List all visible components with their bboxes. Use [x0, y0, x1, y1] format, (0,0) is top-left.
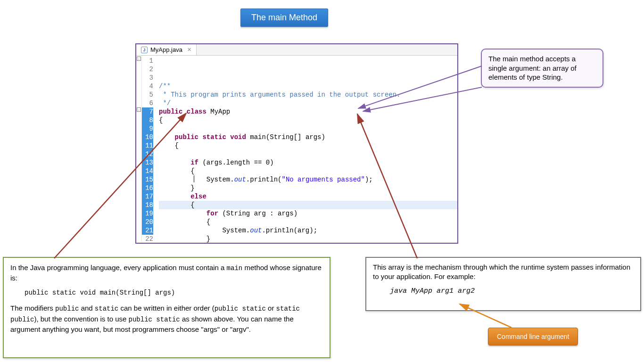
editor-tab[interactable]: J MyApp.java ✕: [136, 44, 197, 55]
main-signature: public static void main(String[] args): [25, 288, 323, 297]
code-line[interactable]: System.out.println("No arguments passed"…: [159, 175, 457, 184]
code-line[interactable]: else: [159, 192, 457, 201]
code-line[interactable]: public class MyApp: [159, 107, 457, 116]
callout-cmdline: Command line argument: [488, 328, 578, 346]
fold-gutter: ––: [136, 56, 142, 243]
code-line[interactable]: if (args.length == 0): [159, 158, 457, 167]
code-line[interactable]: }: [159, 184, 457, 192]
code-line[interactable]: /**: [159, 82, 457, 90]
code-line[interactable]: [159, 124, 457, 133]
code-line[interactable]: for (String arg : args): [159, 209, 457, 218]
tab-filename: MyApp.java: [150, 46, 182, 53]
page-title: The main Method: [240, 8, 328, 27]
code-body[interactable]: /** * This program prints arguments pass…: [156, 56, 457, 243]
code-line[interactable]: */: [159, 99, 457, 107]
command-example: java MyApp arg1 arg2: [390, 287, 634, 296]
code-line[interactable]: [159, 150, 457, 158]
code-editor: J MyApp.java ✕ –– 1234567891011121314151…: [135, 43, 458, 244]
code-line[interactable]: public static void main(String[] args): [159, 133, 457, 141]
code-line[interactable]: {: [159, 167, 457, 175]
code-line[interactable]: * This program prints arguments passed i…: [159, 90, 457, 99]
code-line[interactable]: {: [159, 141, 457, 150]
callout-array: This array is the mechanism through whic…: [365, 257, 641, 311]
editor-tabbar: J MyApp.java ✕: [136, 44, 457, 56]
close-icon[interactable]: ✕: [187, 47, 191, 53]
code-line[interactable]: {: [159, 201, 457, 209]
text-caret: [194, 175, 194, 182]
code-line[interactable]: }: [159, 235, 457, 243]
callout-main-argument: The main method accepts a single argumen…: [481, 49, 603, 88]
code-line[interactable]: System.out.println(arg);: [159, 226, 457, 235]
code-line[interactable]: {: [159, 218, 457, 226]
line-number-gutter: 123456789101112131415161718192021222324: [142, 56, 156, 243]
callout-signature: In the Java programming language, every …: [3, 257, 330, 358]
code-area[interactable]: –– 1234567891011121314151617181920212223…: [136, 56, 457, 243]
java-file-icon: J: [141, 47, 148, 53]
code-line[interactable]: {: [159, 116, 457, 124]
